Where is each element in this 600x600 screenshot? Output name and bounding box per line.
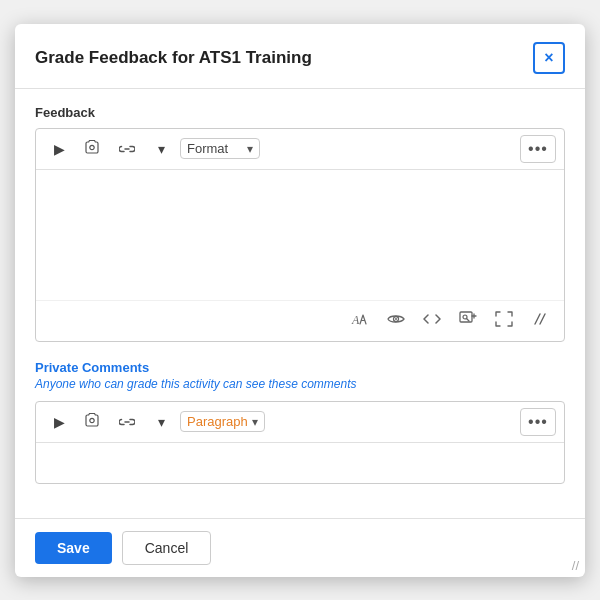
play-button[interactable]: ▶ — [44, 135, 74, 163]
private-comments-toolbar: ▶ — [36, 402, 564, 443]
pc-ellipsis-icon: ••• — [528, 413, 548, 431]
pc-dropdown-arrow-button[interactable]: ▾ — [146, 408, 176, 436]
paragraph-label: Paragraph — [187, 414, 248, 429]
private-comments-label: Private Comments — [35, 360, 565, 375]
pc-camera-button[interactable] — [78, 408, 108, 436]
pc-play-icon: ▶ — [54, 414, 65, 430]
camera-icon — [85, 140, 101, 157]
pc-link-icon — [119, 414, 135, 430]
feedback-toolbar: ▶ — [36, 129, 564, 170]
pc-camera-icon — [85, 413, 101, 430]
feedback-editor: ▶ — [35, 128, 565, 342]
search-button[interactable] — [454, 307, 482, 335]
feedback-content-area[interactable] — [36, 170, 564, 300]
svg-text:A: A — [351, 313, 360, 327]
edit-mode-button[interactable] — [526, 307, 554, 335]
pc-chevron-down-icon: ▾ — [158, 414, 165, 430]
font-style-icon: A — [351, 311, 369, 330]
paragraph-dropdown-arrow-icon: ▾ — [252, 415, 258, 429]
private-comments-content-area[interactable] — [36, 443, 564, 483]
svg-point-6 — [90, 418, 94, 422]
format-dropdown-arrow-icon: ▾ — [247, 142, 253, 156]
modal-title: Grade Feedback for ATS1 Training — [35, 48, 312, 68]
search-zoom-icon — [459, 311, 477, 330]
save-button[interactable]: Save — [35, 532, 112, 564]
link-button[interactable] — [112, 135, 142, 163]
camera-button[interactable] — [78, 135, 108, 163]
dropdown-arrow-button[interactable]: ▾ — [146, 135, 176, 163]
link-icon — [119, 141, 135, 157]
fullscreen-button[interactable] — [490, 307, 518, 335]
pc-play-button[interactable]: ▶ — [44, 408, 74, 436]
eye-icon — [387, 312, 405, 329]
feedback-editor-footer: A — [36, 300, 564, 341]
font-style-button[interactable]: A — [346, 307, 374, 335]
play-icon: ▶ — [54, 141, 65, 157]
accessibility-button[interactable] — [382, 307, 410, 335]
slashes-icon — [531, 311, 549, 330]
private-comments-description: Anyone who can grade this activity can s… — [35, 377, 565, 391]
close-button[interactable]: × — [533, 42, 565, 74]
svg-rect-4 — [460, 312, 472, 322]
svg-point-0 — [90, 145, 94, 149]
pc-link-button[interactable] — [112, 408, 142, 436]
private-comments-editor: ▶ — [35, 401, 565, 484]
ellipsis-icon: ••• — [528, 140, 548, 158]
code-icon — [423, 312, 441, 329]
modal-body: Feedback ▶ — [15, 89, 585, 518]
feedback-label: Feedback — [35, 105, 565, 120]
format-dropdown[interactable]: Format ▾ — [180, 138, 260, 159]
code-button[interactable] — [418, 307, 446, 335]
paragraph-dropdown[interactable]: Paragraph ▾ — [180, 411, 265, 432]
more-options-button[interactable]: ••• — [520, 135, 556, 163]
grade-feedback-modal: Grade Feedback for ATS1 Training × Feedb… — [15, 24, 585, 577]
cancel-button[interactable]: Cancel — [122, 531, 212, 565]
modal-body-wrapper: Feedback ▶ — [15, 89, 585, 518]
modal-footer: Save Cancel — [15, 518, 585, 577]
resize-handle[interactable]: // — [572, 558, 579, 573]
format-label: Format — [187, 141, 243, 156]
pc-more-options-button[interactable]: ••• — [520, 408, 556, 436]
fullscreen-icon — [495, 311, 513, 330]
chevron-down-icon: ▾ — [158, 141, 165, 157]
modal-header: Grade Feedback for ATS1 Training × — [15, 24, 585, 89]
svg-point-3 — [395, 318, 397, 320]
